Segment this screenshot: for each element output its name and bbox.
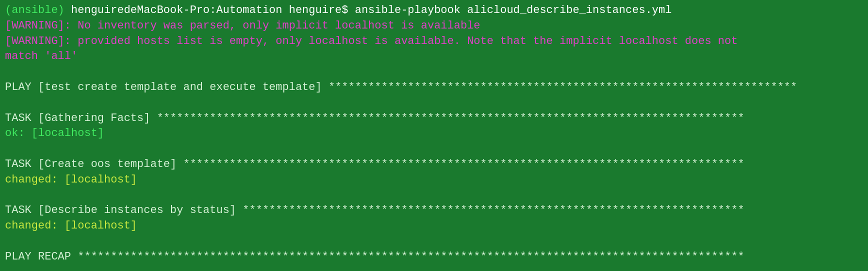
prompt-dollar: $ [342, 4, 348, 16]
prompt-env: (ansible) [5, 4, 64, 16]
prompt-command: ansible-playbook alicloud_describe_insta… [355, 4, 672, 16]
task-gathering-facts: TASK [Gathering Facts] *****************… [5, 111, 863, 126]
spacer-5 [5, 234, 863, 250]
warning-line-2a: [WARNING]: provided hosts list is empty,… [5, 34, 863, 50]
warning-line-1: [WARNING]: No inventory was parsed, only… [5, 18, 863, 34]
changed-localhost-1: changed: [localhost] [5, 172, 863, 188]
ok-localhost-1: ok: [localhost] [5, 126, 863, 142]
spacer-1 [5, 64, 863, 80]
changed-localhost-2: changed: [localhost] [5, 218, 863, 234]
spacer-3 [5, 142, 863, 157]
play-recap-header: PLAY RECAP *****************************… [5, 250, 863, 265]
task-create-oos-template: TASK [Create oos template] *************… [5, 157, 863, 172]
warning-line-2b: match 'all' [5, 49, 863, 64]
prompt-user-host: henguiredeMacBook-Pro:Automation henguir… [71, 4, 342, 16]
task-describe-instances: TASK [Describe instances by status] ****… [5, 203, 863, 218]
recap-stats-line: localhost : ok=3 changed=2 unreachable=0… [5, 265, 863, 271]
spacer-2 [5, 96, 863, 111]
play-line: PLAY [test create template and execute t… [5, 80, 863, 96]
prompt-line-1: (ansible) henguiredeMacBook-Pro:Automati… [5, 3, 863, 18]
spacer-4 [5, 188, 863, 204]
terminal-output: (ansible) henguiredeMacBook-Pro:Automati… [5, 3, 863, 271]
